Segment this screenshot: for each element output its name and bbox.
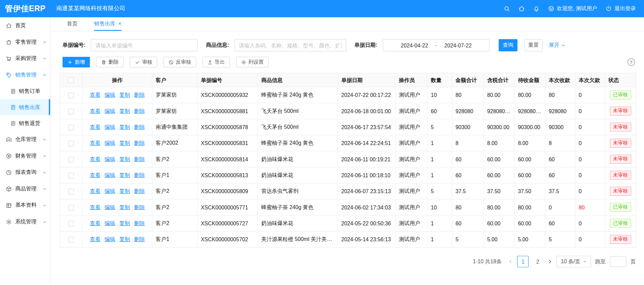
user-menu[interactable]: 欢迎您, 测试用户	[548, 5, 597, 13]
row-action-delete[interactable]: 删除	[134, 172, 145, 178]
row-checkbox[interactable]	[68, 172, 74, 178]
row-checkbox[interactable]	[68, 141, 74, 146]
sidebar-item-warehouse-management[interactable]: 仓库管理	[0, 131, 50, 148]
close-tab-icon[interactable]: ×	[118, 21, 121, 26]
row-action-edit[interactable]: 编辑	[105, 124, 115, 130]
sales-icon	[6, 72, 12, 78]
row-action-delete[interactable]: 删除	[134, 140, 145, 146]
row-action-delete[interactable]: 删除	[134, 92, 145, 98]
row-action-view[interactable]: 查看	[90, 220, 101, 226]
row-action-delete[interactable]: 删除	[134, 220, 145, 226]
jump-page-input[interactable]	[610, 256, 626, 267]
next-page-icon[interactable]	[548, 259, 553, 264]
row-action-edit[interactable]: 编辑	[105, 220, 115, 226]
row-action-edit[interactable]: 编辑	[105, 188, 115, 194]
unaudit-button[interactable]: 反审核	[163, 57, 196, 67]
sidebar-item-product-management[interactable]: 商品管理	[0, 181, 50, 197]
product-info-input[interactable]	[235, 39, 346, 51]
row-checkbox[interactable]	[68, 93, 74, 98]
cell-product: 奶油味爆米花	[258, 151, 338, 167]
row-action-copy[interactable]: 复制	[119, 92, 130, 98]
sidebar-item-system-management[interactable]: 系统管理	[0, 213, 50, 230]
search-icon[interactable]	[504, 5, 510, 12]
row-action-view[interactable]: 查看	[90, 188, 101, 194]
row-checkbox[interactable]	[68, 108, 74, 114]
home-icon[interactable]	[518, 5, 525, 12]
row-checkbox[interactable]	[68, 221, 74, 226]
search-button[interactable]: 查询	[498, 39, 517, 51]
reset-button[interactable]: 重置	[525, 39, 542, 51]
row-action-copy[interactable]: 复制	[119, 220, 130, 226]
export-button[interactable]: 导出	[202, 57, 230, 67]
row-checkbox[interactable]	[68, 189, 74, 195]
column-header: 金额合计	[452, 73, 484, 87]
page-button-1[interactable]: 1	[517, 256, 529, 267]
row-action-delete[interactable]: 删除	[134, 108, 145, 114]
sidebar-item-finance-management[interactable]: 财务管理	[0, 148, 50, 164]
row-action-view[interactable]: 查看	[90, 92, 101, 98]
row-action-delete[interactable]: 删除	[134, 204, 145, 210]
row-action-view[interactable]: 查看	[90, 156, 101, 162]
row-select-cell	[60, 135, 83, 151]
sidebar-item-report-query[interactable]: 报表查询	[0, 164, 50, 181]
date-range-picker[interactable]: 2024-04-22 ~ 2024-07-22	[383, 39, 490, 51]
row-action-edit[interactable]: 编辑	[105, 108, 115, 114]
row-action-copy[interactable]: 复制	[119, 156, 130, 162]
row-action-copy[interactable]: 复制	[119, 140, 130, 146]
cell-received: 60	[545, 167, 575, 183]
row-action-view[interactable]: 查看	[90, 204, 101, 210]
row-action-copy[interactable]: 复制	[119, 188, 130, 194]
row-action-copy[interactable]: 复制	[119, 236, 130, 242]
row-action-edit[interactable]: 编辑	[105, 172, 115, 178]
page-size-select[interactable]: 10 条/页	[557, 256, 591, 267]
prev-page-icon[interactable]	[508, 259, 513, 264]
sidebar-item-home[interactable]: 首页	[0, 17, 50, 34]
column-settings-label: 列设置	[248, 59, 264, 66]
row-checkbox[interactable]	[68, 205, 74, 210]
sidebar-item-label: 首页	[15, 22, 26, 29]
row-action-delete[interactable]: 删除	[134, 156, 145, 162]
row-actions-cell: 查看编辑复制删除	[82, 135, 152, 151]
select-all-checkbox[interactable]	[68, 78, 74, 83]
sidebar-item-retail-management[interactable]: 零售管理	[0, 34, 50, 50]
row-action-edit[interactable]: 编辑	[105, 140, 115, 146]
row-action-view[interactable]: 查看	[90, 140, 101, 146]
row-checkbox[interactable]	[68, 124, 74, 130]
row-action-delete[interactable]: 删除	[134, 124, 145, 130]
tab-home[interactable]: 首页	[67, 17, 78, 31]
column-settings-button[interactable]: 列设置	[236, 57, 268, 67]
sidebar-item-sales-order[interactable]: 销售订单	[0, 83, 50, 99]
row-action-copy[interactable]: 复制	[119, 172, 130, 178]
row-action-copy[interactable]: 复制	[119, 124, 130, 130]
sidebar-item-basic-data[interactable]: 基本资料	[0, 197, 50, 213]
sidebar-item-sales-outbound[interactable]: 销售出库	[0, 99, 50, 115]
bell-icon[interactable]	[533, 5, 539, 12]
row-action-view[interactable]: 查看	[90, 236, 101, 242]
audit-button[interactable]: 审核	[130, 57, 157, 67]
sidebar-subitem-label: 销售订单	[19, 87, 40, 95]
row-action-delete[interactable]: 删除	[134, 188, 145, 194]
logout-button[interactable]: 退出登录	[605, 5, 636, 13]
row-action-view[interactable]: 查看	[90, 124, 101, 130]
row-checkbox[interactable]	[68, 157, 74, 162]
delete-button[interactable]: 删除	[96, 57, 124, 67]
row-action-copy[interactable]: 复制	[119, 204, 130, 210]
row-action-edit[interactable]: 编辑	[105, 156, 115, 162]
row-action-edit[interactable]: 编辑	[105, 92, 115, 98]
sidebar-item-purchase-management[interactable]: 采购管理	[0, 50, 50, 67]
sidebar-item-sales-return[interactable]: 销售退货	[0, 115, 50, 131]
row-action-view[interactable]: 查看	[90, 172, 101, 178]
row-action-edit[interactable]: 编辑	[105, 236, 115, 242]
page-button-2[interactable]: 2	[532, 256, 543, 267]
sidebar-item-sales-management[interactable]: 销售管理	[0, 67, 50, 83]
row-action-copy[interactable]: 复制	[119, 108, 130, 114]
add-button[interactable]: 新增	[62, 57, 90, 67]
row-action-view[interactable]: 查看	[90, 108, 101, 114]
row-action-edit[interactable]: 编辑	[105, 204, 115, 210]
row-action-delete[interactable]: 删除	[134, 236, 145, 242]
expand-link[interactable]: 展开	[549, 42, 565, 49]
bill-no-input[interactable]	[91, 39, 198, 51]
tab-sales-outbound[interactable]: 销售出库×	[94, 17, 121, 31]
row-checkbox[interactable]	[68, 237, 74, 243]
help-icon[interactable]: ?	[627, 58, 635, 66]
